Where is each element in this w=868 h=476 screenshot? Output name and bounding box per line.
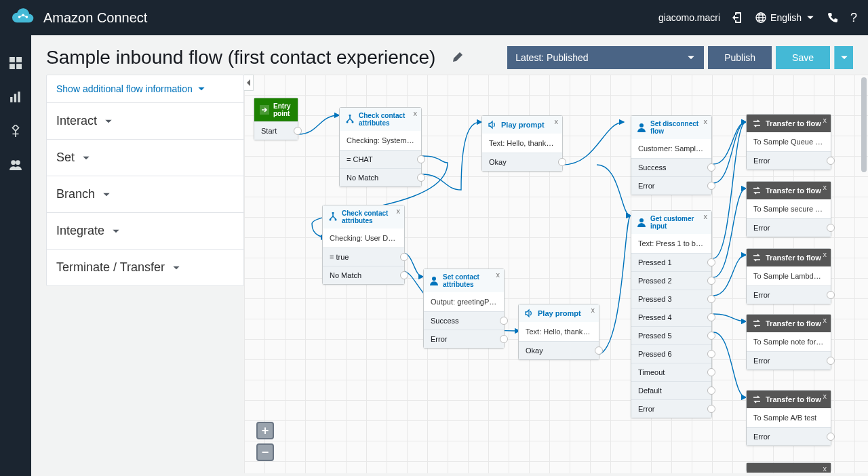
logo[interactable]: Amazon Connect xyxy=(11,7,147,28)
topbar: Amazon Connect giacomo.macri English ? xyxy=(0,0,868,35)
svg-point-2 xyxy=(26,16,28,18)
logout-icon xyxy=(732,12,743,23)
connect-logo-icon xyxy=(11,7,35,28)
username[interactable]: giacomo.macri xyxy=(658,12,720,23)
chevron-down-icon xyxy=(806,13,815,22)
language-selector[interactable]: English xyxy=(755,12,815,23)
help-button[interactable]: ? xyxy=(850,11,857,25)
svg-point-0 xyxy=(18,16,21,18)
logout-button[interactable] xyxy=(732,12,743,23)
phone-button[interactable] xyxy=(827,12,838,23)
globe-icon xyxy=(755,12,766,23)
app-name: Amazon Connect xyxy=(43,10,147,26)
phone-icon xyxy=(827,12,838,23)
